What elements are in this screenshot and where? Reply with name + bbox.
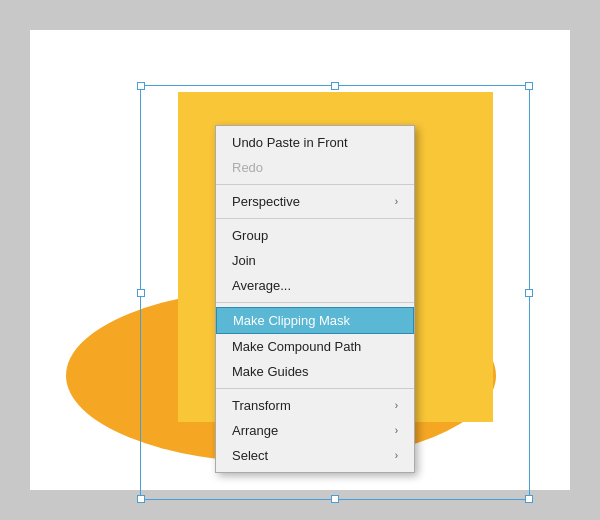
submenu-arrow-icon-select: ›	[395, 450, 398, 461]
menu-item-make-guides[interactable]: Make Guides	[216, 359, 414, 384]
menu-item-select[interactable]: Select›	[216, 443, 414, 468]
menu-item-label-make-clipping-mask: Make Clipping Mask	[233, 313, 350, 328]
menu-item-group[interactable]: Group	[216, 223, 414, 248]
menu-item-label-redo: Redo	[232, 160, 263, 175]
handle-bot-right[interactable]	[525, 495, 533, 503]
menu-item-label-join: Join	[232, 253, 256, 268]
handle-bot-left[interactable]	[137, 495, 145, 503]
menu-item-label-select: Select	[232, 448, 268, 463]
menu-item-join[interactable]: Join	[216, 248, 414, 273]
submenu-arrow-icon-perspective: ›	[395, 196, 398, 207]
menu-item-label-perspective: Perspective	[232, 194, 300, 209]
submenu-arrow-icon-transform: ›	[395, 400, 398, 411]
menu-item-make-clipping-mask[interactable]: Make Clipping Mask	[216, 307, 414, 334]
menu-item-label-make-compound-path: Make Compound Path	[232, 339, 361, 354]
menu-separator-after-redo	[216, 184, 414, 185]
handle-bot-mid[interactable]	[331, 495, 339, 503]
handle-top-right[interactable]	[525, 82, 533, 90]
handle-top-left[interactable]	[137, 82, 145, 90]
menu-item-redo[interactable]: Redo	[216, 155, 414, 180]
menu-item-label-make-guides: Make Guides	[232, 364, 309, 379]
menu-item-transform[interactable]: Transform›	[216, 393, 414, 418]
canvas-area: Undo Paste in FrontRedoPerspective›Group…	[0, 0, 600, 520]
handle-mid-right[interactable]	[525, 289, 533, 297]
menu-separator-after-perspective	[216, 218, 414, 219]
menu-item-average[interactable]: Average...	[216, 273, 414, 298]
menu-item-arrange[interactable]: Arrange›	[216, 418, 414, 443]
handle-mid-left[interactable]	[137, 289, 145, 297]
menu-separator-after-make-guides	[216, 388, 414, 389]
menu-item-make-compound-path[interactable]: Make Compound Path	[216, 334, 414, 359]
menu-item-perspective[interactable]: Perspective›	[216, 189, 414, 214]
handle-top-mid[interactable]	[331, 82, 339, 90]
menu-item-label-average: Average...	[232, 278, 291, 293]
menu-item-undo[interactable]: Undo Paste in Front	[216, 130, 414, 155]
menu-item-label-undo: Undo Paste in Front	[232, 135, 348, 150]
menu-separator-after-average	[216, 302, 414, 303]
submenu-arrow-icon-arrange: ›	[395, 425, 398, 436]
menu-item-label-transform: Transform	[232, 398, 291, 413]
menu-item-label-arrange: Arrange	[232, 423, 278, 438]
menu-item-label-group: Group	[232, 228, 268, 243]
context-menu: Undo Paste in FrontRedoPerspective›Group…	[215, 125, 415, 473]
